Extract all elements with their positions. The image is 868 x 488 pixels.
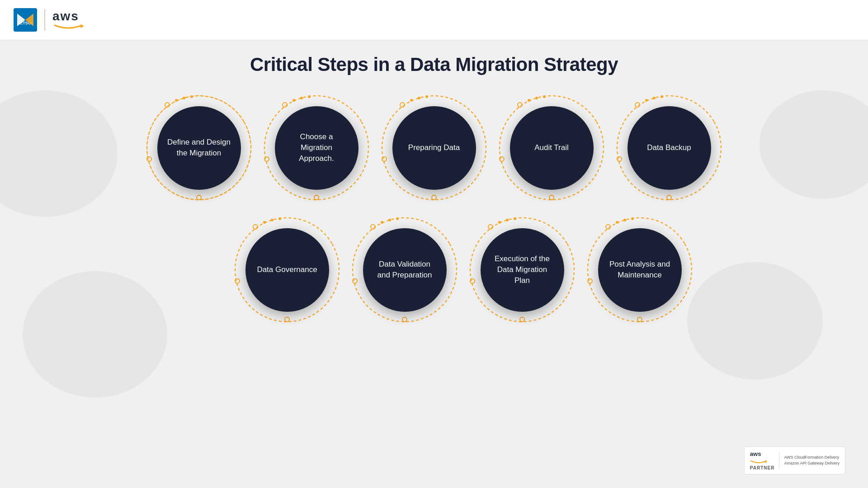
circle-data-backup: Data Backup <box>615 94 723 202</box>
svg-point-28 <box>528 99 530 102</box>
svg-point-16 <box>308 95 311 98</box>
inner-circle-define-design: Define and Design the Migration <box>157 106 241 190</box>
circle-define-design: Define and Design the Migration <box>145 94 253 202</box>
svg-point-36 <box>653 97 656 99</box>
label-data-governance: Data Governance <box>257 264 317 275</box>
badge-aws-container: aws PARTNER <box>750 450 775 470</box>
svg-point-65 <box>631 217 634 220</box>
label-execution: Execution of the Data Migration Plan <box>490 253 555 286</box>
svg-point-49 <box>381 221 383 224</box>
circle-post-analysis: Post Analysis and Maintenance <box>585 216 694 324</box>
header: NETSOL aws <box>0 0 868 40</box>
inner-circle-data-governance: Data Governance <box>245 228 329 312</box>
svg-point-17 <box>314 195 319 200</box>
inner-circle-data-validation: Data Validation and Preparation <box>363 228 447 312</box>
aws-text: aws <box>52 10 79 23</box>
page-title: Critical Steps in a Data Migration Strat… <box>27 54 841 75</box>
circles-container: Define and Design the Migration <box>27 94 841 324</box>
svg-point-56 <box>498 221 501 224</box>
aws-partner-badge: aws PARTNER AWS CloudFormation Delivery … <box>744 446 845 474</box>
circle-choose-approach: Choose a Migration Approach. <box>262 94 371 202</box>
svg-point-52 <box>402 317 407 322</box>
badge-smile-icon <box>750 460 767 464</box>
svg-point-51 <box>396 217 399 220</box>
svg-point-37 <box>660 95 663 98</box>
badge-partner-label: PARTNER <box>750 465 775 470</box>
svg-point-45 <box>285 317 289 322</box>
label-preparing-data: Preparing Data <box>408 142 460 153</box>
svg-point-22 <box>418 97 420 99</box>
inner-circle-choose-approach: Choose a Migration Approach. <box>275 106 359 190</box>
main-content: Critical Steps in a Data Migration Strat… <box>0 40 868 338</box>
svg-point-15 <box>300 97 303 99</box>
svg-point-35 <box>645 99 648 102</box>
circle-data-validation: Data Validation and Preparation <box>350 216 459 324</box>
badge-aws-text: aws <box>750 450 775 457</box>
svg-point-14 <box>292 99 295 102</box>
netsol-logo: NETSOL <box>14 8 37 32</box>
svg-point-59 <box>520 317 524 322</box>
aws-logo: aws <box>52 10 84 30</box>
label-data-backup: Data Backup <box>647 142 691 153</box>
svg-point-10 <box>197 195 201 200</box>
svg-point-24 <box>432 195 436 200</box>
inner-circle-data-backup: Data Backup <box>627 106 711 190</box>
svg-point-50 <box>388 219 391 221</box>
svg-point-66 <box>637 317 642 322</box>
svg-point-38 <box>667 195 671 200</box>
circle-audit-trail: Audit Trail <box>497 94 606 202</box>
svg-point-8 <box>183 97 185 99</box>
label-data-validation: Data Validation and Preparation <box>372 259 438 281</box>
svg-point-42 <box>263 221 266 224</box>
inner-circle-audit-trail: Audit Trail <box>510 106 594 190</box>
row-1: Define and Design the Migration <box>145 94 723 202</box>
svg-point-9 <box>190 95 193 98</box>
label-define-design: Define and Design the Migration <box>166 137 232 159</box>
label-post-analysis: Post Analysis and Maintenance <box>607 259 673 281</box>
svg-point-31 <box>549 195 554 200</box>
circle-preparing-data: Preparing Data <box>380 94 488 202</box>
badge-partner-text: AWS CloudFormation Delivery Amazon API G… <box>784 455 840 467</box>
label-audit-trail: Audit Trail <box>534 142 569 153</box>
inner-circle-post-analysis: Post Analysis and Maintenance <box>598 228 682 312</box>
label-choose-approach: Choose a Migration Approach. <box>284 131 349 164</box>
svg-point-7 <box>175 99 178 102</box>
header-divider <box>44 9 45 31</box>
svg-point-64 <box>623 219 626 221</box>
svg-point-21 <box>410 99 413 102</box>
svg-point-63 <box>616 221 618 224</box>
aws-smile-icon <box>52 23 84 30</box>
svg-point-29 <box>535 97 538 99</box>
inner-circle-preparing-data: Preparing Data <box>392 106 476 190</box>
circle-data-governance: Data Governance <box>233 216 341 324</box>
netsol-icon: NETSOL <box>14 8 37 32</box>
svg-point-44 <box>278 217 281 220</box>
inner-circle-execution: Execution of the Data Migration Plan <box>481 228 564 312</box>
svg-point-43 <box>271 219 274 221</box>
svg-point-57 <box>506 219 509 221</box>
svg-point-30 <box>543 95 546 98</box>
circle-execution: Execution of the Data Migration Plan <box>468 216 576 324</box>
row-2: Data Governance Data Vali <box>233 216 694 324</box>
badge-divider <box>779 453 779 469</box>
svg-point-23 <box>425 95 428 98</box>
svg-point-58 <box>514 217 516 220</box>
